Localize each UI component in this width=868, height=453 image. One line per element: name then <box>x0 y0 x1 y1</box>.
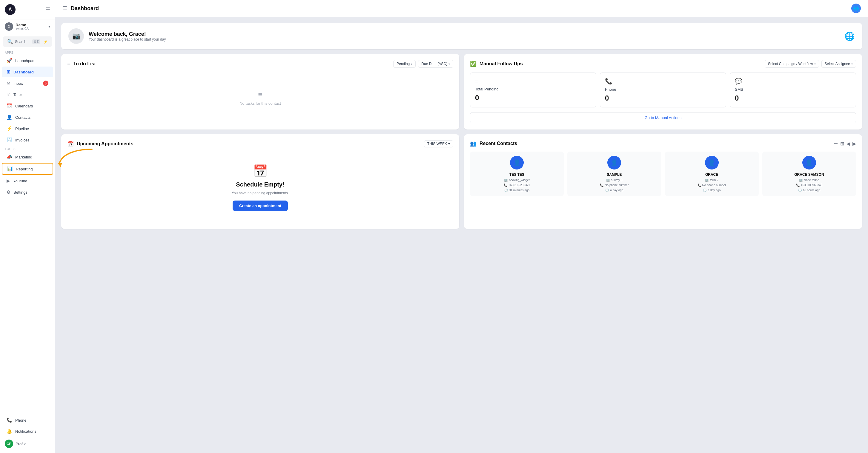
contact-card-0[interactable]: 👤 TES TES 🏢 booking_widget 📞 +6391652323… <box>470 152 564 196</box>
this-week-label: THIS WEEK <box>427 142 447 146</box>
notifications-icon: 🔔 <box>6 428 12 434</box>
todo-status-label: Pending <box>397 62 410 66</box>
account-name: Demo <box>16 23 46 27</box>
bottom-cards-row: 📅 Upcoming Appointments THIS WEEK ▾ 📅 Sc… <box>61 134 862 229</box>
topbar: ☰ Dashboard 🌐 <box>55 0 868 17</box>
world-icon: 🌐 <box>844 32 855 41</box>
phone-icon-1: 📞 <box>600 184 603 187</box>
next-icon[interactable]: ▶ <box>852 141 856 147</box>
search-shortcut: ⌘ K <box>32 39 40 44</box>
account-avatar: D <box>5 22 13 31</box>
contact-card-1[interactable]: 👤 SAMPLE 🏢 survey 0 📞 No phone number 🕐 <box>567 152 661 196</box>
appointments-empty-state: 📅 Schedule Empty! You have no pending ap… <box>67 152 453 223</box>
inbox-badge: 0 <box>43 80 49 86</box>
contact-name-2: GRACE <box>705 172 718 177</box>
sidebar-item-phone[interactable]: 📞 Phone <box>2 415 53 425</box>
sidebar-item-invoices[interactable]: 🧾 Invoices <box>2 135 53 145</box>
sidebar-item-dashboard[interactable]: ⊞ Dashboard <box>2 67 53 77</box>
calendar-empty-icon: 📅 <box>253 164 268 178</box>
select-campaign-filter[interactable]: Select Campaign / Workflow ▾ <box>765 60 819 68</box>
contact-time-2: 🕐 a day ago <box>703 189 721 192</box>
account-selector[interactable]: D Demo Irvine, CA ▾ <box>0 20 55 34</box>
sidebar-item-calendars[interactable]: 📅 Calendars <box>2 101 53 111</box>
appointments-card-header: 📅 Upcoming Appointments THIS WEEK ▾ <box>67 140 453 148</box>
source-icon-1: 🏢 <box>606 179 610 182</box>
topbar-avatar: 🌐 <box>851 4 861 13</box>
sidebar-item-tasks[interactable]: ☑ Tasks <box>2 89 53 100</box>
contact-avatar-0: 👤 <box>510 156 524 169</box>
total-pending-icon: ≡ <box>475 77 478 85</box>
account-location: Irvine, CA <box>16 27 46 30</box>
calendars-icon: 📅 <box>6 103 12 109</box>
sidebar-logo: A ☰ <box>0 0 55 20</box>
sidebar-item-youtube[interactable]: ▶ Youtube <box>2 175 53 186</box>
contact-card-3[interactable]: 👤 GRACE SAMSON 🏢 None found 📞 +639108965… <box>762 152 856 196</box>
go-to-manual-actions-button[interactable]: Go to Manual Actions <box>470 112 856 123</box>
youtube-icon: ▶ <box>6 178 10 184</box>
chevron-down-icon: ▾ <box>448 142 450 146</box>
sidebar-item-label: Calendars <box>15 104 33 108</box>
prev-icon[interactable]: ◀ <box>846 141 850 147</box>
account-chevron-icon: ▾ <box>49 25 50 29</box>
select-assignee-filter[interactable]: Select Assignee ▾ <box>822 60 856 68</box>
sidebar-item-marketing[interactable]: 📣 Marketing <box>2 152 53 162</box>
launchpad-icon: 🚀 <box>6 58 12 63</box>
sidebar-item-profile[interactable]: GP Profile <box>0 437 55 451</box>
pipeline-icon: ⚡ <box>6 126 12 131</box>
menu-toggle-icon[interactable]: ☰ <box>45 6 50 13</box>
contacts-icon: 👤 <box>6 115 12 120</box>
todo-date-filter[interactable]: Due Date (ASC) ▾ <box>418 60 453 68</box>
chevron-down-icon: ▾ <box>814 62 816 66</box>
sidebar-item-reporting[interactable]: 📊 Reporting <box>2 163 53 175</box>
sidebar-item-notifications[interactable]: 🔔 Notifications <box>2 426 53 436</box>
time-icon-2: 🕐 <box>703 189 707 192</box>
sidebar-item-launchpad[interactable]: 🚀 Launchpad <box>2 55 53 66</box>
sidebar-item-label: Settings <box>13 190 28 195</box>
this-week-filter[interactable]: THIS WEEK ▾ <box>424 140 453 148</box>
followup-stat-total: ≡ Total Pending 0 <box>470 72 596 107</box>
create-appointment-button[interactable]: Create an appointment <box>232 200 288 211</box>
contact-name-1: SAMPLE <box>607 172 622 177</box>
sidebar-bottom: 📞 Phone 🔔 Notifications GP Profile <box>0 412 55 453</box>
content-area: 📷 Welcome back, Grace! Your dashboard is… <box>55 17 868 453</box>
todo-status-filter[interactable]: Pending ▾ <box>393 60 416 68</box>
phone-value: 0 <box>605 94 609 102</box>
followups-filters: Select Campaign / Workflow ▾ Select Assi… <box>765 60 856 68</box>
contact-card-2[interactable]: 👤 GRACE 🏢 form 2 📞 No phone number 🕐 <box>665 152 759 196</box>
contact-source-3: 🏢 None found <box>799 179 819 182</box>
sidebar-item-label: Reporting <box>16 167 33 171</box>
settings-icon: ⚙ <box>6 190 10 195</box>
phone-label: Phone <box>605 87 616 92</box>
source-icon-0: 🏢 <box>504 179 507 182</box>
list-view-icon[interactable]: ☰ <box>834 141 838 147</box>
sidebar-item-label: Pipeline <box>15 127 29 131</box>
todo-icon: ≡ <box>67 61 70 67</box>
followup-stat-phone: 📞 Phone 0 <box>600 72 726 107</box>
contact-source-1: 🏢 survey 0 <box>606 179 622 182</box>
grid-view-icon[interactable]: ⊞ <box>840 141 844 147</box>
contacts-icon: 👥 <box>470 140 476 147</box>
appointments-icon: 📅 <box>67 140 74 147</box>
contact-phone-1: 📞 No phone number <box>600 184 628 187</box>
sidebar-item-label: Marketing <box>15 155 32 159</box>
total-pending-label: Total Pending <box>475 87 499 91</box>
welcome-banner: 📷 Welcome back, Grace! Your dashboard is… <box>61 23 862 49</box>
sidebar-item-label: Launchpad <box>15 59 34 63</box>
sidebar-item-label: Dashboard <box>13 70 34 74</box>
followups-card-header: ✅ Manual Follow Ups Select Campaign / Wo… <box>470 60 856 68</box>
todo-empty-icon: ≡ <box>258 90 262 99</box>
chevron-down-icon: ▾ <box>448 62 450 66</box>
sidebar-item-contacts[interactable]: 👤 Contacts <box>2 112 53 123</box>
appointments-card: 📅 Upcoming Appointments THIS WEEK ▾ 📅 Sc… <box>61 134 459 229</box>
todo-empty-state: ≡ No tasks for this contact <box>67 72 453 124</box>
sidebar-item-pipeline[interactable]: ⚡ Pipeline <box>2 123 53 134</box>
sms-value: 0 <box>735 94 739 102</box>
recent-contacts-title: Recent Contacts <box>479 141 517 146</box>
search-bar[interactable]: 🔍 Search ⌘ K ⚡ <box>3 36 52 47</box>
sidebar-item-label: Invoices <box>15 138 30 142</box>
sidebar-item-inbox[interactable]: ✉ Inbox 0 <box>2 78 53 89</box>
contact-time-1: 🕐 a day ago <box>605 189 623 192</box>
search-lightning-icon: ⚡ <box>43 40 48 44</box>
sidebar-item-settings[interactable]: ⚙ Settings <box>2 187 53 198</box>
contact-source-2: 🏢 form 2 <box>705 179 718 182</box>
